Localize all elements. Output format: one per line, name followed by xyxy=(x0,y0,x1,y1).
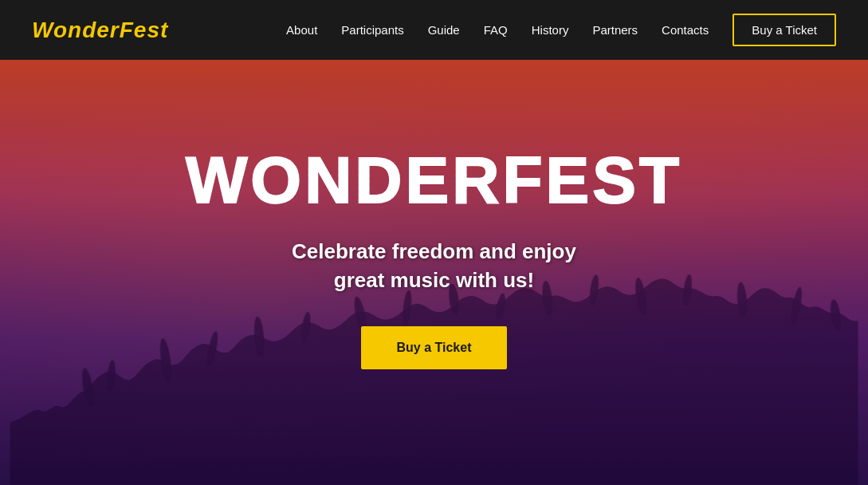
hero-title: WonderFest xyxy=(186,148,682,213)
hero-content: WonderFest Celebrate freedom and enjoy g… xyxy=(186,148,682,370)
nav-link-history[interactable]: History xyxy=(532,23,569,37)
nav-links: About Participants Guide FAQ History Par… xyxy=(286,14,836,46)
nav-link-participants[interactable]: Participants xyxy=(341,23,403,37)
navbar: WonderFest About Participants Guide FAQ … xyxy=(0,0,868,60)
brand-logo[interactable]: WonderFest xyxy=(32,18,168,43)
nav-link-contacts[interactable]: Contacts xyxy=(662,23,709,37)
hero-subtitle-line2: great music with us! xyxy=(334,268,534,292)
hero-subtitle: Celebrate freedom and enjoy great music … xyxy=(186,237,682,295)
hero-subtitle-line1: Celebrate freedom and enjoy xyxy=(292,239,576,263)
nav-link-partners[interactable]: Partners xyxy=(592,23,638,37)
nav-link-guide[interactable]: Guide xyxy=(428,23,460,37)
hero-section: WonderFest Celebrate freedom and enjoy g… xyxy=(0,0,868,485)
hero-buy-ticket-button[interactable]: Buy a Ticket xyxy=(361,326,508,369)
nav-buy-ticket-button[interactable]: Buy a Ticket xyxy=(732,14,836,46)
nav-link-about[interactable]: About xyxy=(286,23,317,37)
nav-link-faq[interactable]: FAQ xyxy=(484,23,508,37)
